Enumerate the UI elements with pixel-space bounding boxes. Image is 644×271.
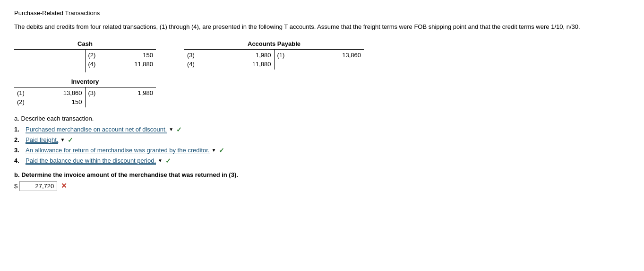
inv-right-row1-value: 1,980 [125,89,153,96]
cash-row2-value: 11,880 [125,61,153,68]
transaction-2-dropdown[interactable]: ▼ [60,137,65,142]
inv-left-row2-value: 150 [54,98,82,105]
transaction-2-num: 2. [14,136,23,143]
cash-left [14,50,86,72]
transaction-2-check: ✓ [68,136,73,144]
cash-right: (2) 150 (4) 11,880 [86,50,156,72]
cash-row2-label: (4) [88,61,96,68]
transaction-4-check: ✓ [165,157,171,165]
transaction-3-check: ✓ [219,147,224,154]
part-a-label: a. Describe each transaction. [14,115,630,122]
transaction-4-answer[interactable]: Paid the balance due within the discount… [26,157,156,165]
ap-left-row2-label: (4) [187,61,195,68]
transaction-3-num: 3. [14,147,23,154]
cash-t-account: Cash (2) 150 (4) 11,880 Inventory [14,40,156,107]
inventory-left: (1) 13,860 (2) 150 [14,87,86,107]
inv-left-row1-value: 13,860 [54,89,82,96]
cash-title: Cash [14,40,156,47]
intro-text: The debits and credits from four related… [14,22,630,32]
inventory-title: Inventory [14,78,156,85]
transaction-1-num: 1. [14,126,23,133]
inventory-right: (3) 1,980 [86,87,156,107]
transaction-1-answer[interactable]: Purchased merchandise on account net of … [26,126,167,133]
wrong-mark: ✕ [61,182,67,190]
cash-row1-label: (2) [88,52,96,59]
ap-left-row1-value: 1,980 [243,52,271,59]
inv-left-row1-label: (1) [17,89,25,96]
transaction-1: 1. Purchased merchandise on account net … [14,126,630,133]
ap-right-row1-label: (1) [277,52,285,59]
ap-left: (3) 1,980 (4) 11,880 [184,50,275,70]
transaction-1-check: ✓ [176,126,182,133]
transaction-3-dropdown[interactable]: ▼ [212,148,216,153]
cash-row1-value: 150 [125,52,153,59]
transaction-2: 2. Paid freight. ▼ ✓ [14,136,630,144]
ap-left-row1-label: (3) [187,52,195,59]
page-title: Purchase-Related Transactions [14,9,630,17]
inv-right-row1-label: (3) [88,89,96,96]
transaction-2-answer[interactable]: Paid freight. [26,136,58,144]
ap-right-row1-value: 13,860 [333,52,361,59]
transaction-4: 4. Paid the balance due within the disco… [14,157,630,165]
inv-left-row2-label: (2) [17,98,25,105]
transaction-3: 3. An allowance for return of merchandis… [14,147,630,154]
ap-left-row2-value: 11,880 [243,61,271,68]
transaction-1-dropdown[interactable]: ▼ [169,127,173,132]
dollar-sign: $ [14,183,17,190]
ap-right: (1) 13,860 [275,50,364,70]
part-b-answer-row: $ ✕ [14,181,630,191]
part-b-input[interactable] [19,181,57,191]
transaction-4-dropdown[interactable]: ▼ [158,158,163,163]
transaction-4-num: 4. [14,157,23,164]
ap-title: Accounts Payable [184,40,364,47]
transaction-3-answer[interactable]: An allowance for return of merchandise w… [26,147,210,154]
ap-t-account: Accounts Payable (3) 1,980 (4) 11,880 (1… [184,40,364,107]
part-b-label: b. Determine the invoice amount of the m… [14,171,630,178]
